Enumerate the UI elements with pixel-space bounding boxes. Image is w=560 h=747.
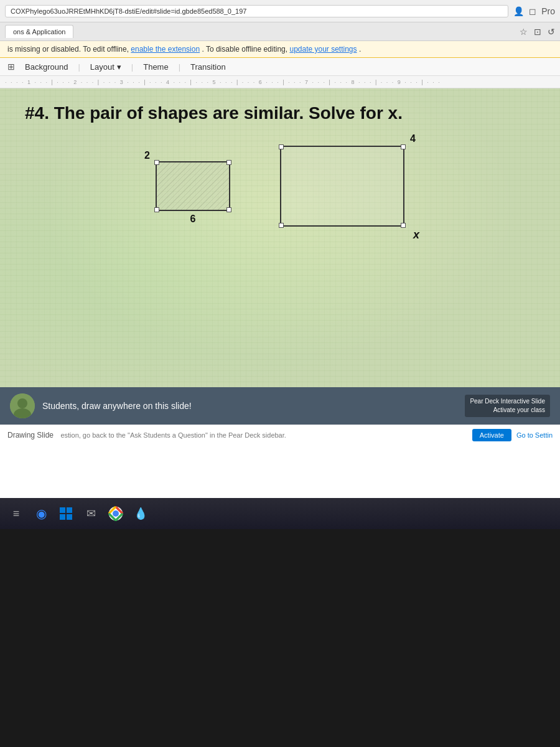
browser-icon-group: 👤 ◻ Pro bbox=[513, 6, 555, 16]
large-rect-body bbox=[280, 146, 404, 227]
svg-rect-3 bbox=[60, 507, 65, 513]
status-text-area: Drawing Slide estion, go back to the "As… bbox=[7, 431, 286, 439]
theme-label: Theme bbox=[143, 62, 168, 72]
background-label: Background bbox=[25, 62, 68, 72]
slides-toolbar: ⊞ Background | Layout ▾ | Theme | Transi… bbox=[0, 58, 560, 76]
active-tab[interactable]: ons & Application bbox=[5, 25, 73, 38]
handle-bottom-left bbox=[154, 207, 159, 212]
chrome-icon bbox=[108, 506, 123, 521]
layout-label: Layout bbox=[90, 62, 114, 72]
large-rectangle-shape: 4 x bbox=[280, 146, 404, 227]
windows-icon bbox=[59, 507, 73, 520]
user-avatar bbox=[10, 393, 35, 418]
label-large-width: 4 bbox=[410, 133, 416, 144]
taskbar-chrome[interactable] bbox=[105, 502, 127, 525]
profile-icon: 👤 bbox=[513, 6, 524, 16]
separator1: | bbox=[78, 62, 80, 72]
layout-button[interactable]: Layout ▾ bbox=[90, 62, 121, 72]
url-bar[interactable]: COXPhylego63uoJRREtMHhKD6jT8-dstiE/edit#… bbox=[5, 5, 508, 17]
handle-top-left bbox=[154, 160, 159, 165]
slide-title: #4. The pair of shapes are similar. Solv… bbox=[0, 88, 560, 133]
tab-bar: ons & Application ☆ ⊡ ↺ bbox=[0, 22, 560, 41]
pro-label: Pro bbox=[541, 6, 555, 16]
svg-point-1 bbox=[17, 398, 27, 408]
ruler-marks: · · · · 1 · · · | · · · 2 · · · | · · · … bbox=[5, 79, 441, 85]
browser-window: COXPhylego63uoJRREtMHhKD6jT8-dstiE/edit#… bbox=[0, 0, 560, 529]
status-bar: Drawing Slide estion, go back to the "As… bbox=[0, 425, 560, 445]
drawing-instruction: Students, draw anywhere on this slide! bbox=[42, 401, 457, 411]
warning-end: . bbox=[359, 45, 361, 54]
svg-rect-6 bbox=[67, 514, 72, 520]
keyboard-area bbox=[0, 529, 560, 747]
transition-label: Transition bbox=[190, 62, 226, 72]
drawing-panel: Students, draw anywhere on this slide! P… bbox=[0, 387, 560, 425]
handle-bottom-right bbox=[226, 207, 231, 212]
taskbar-start[interactable]: ≡ bbox=[5, 502, 27, 525]
transition-button[interactable]: Transition bbox=[190, 62, 226, 72]
shapes-container: 2 6 4 x bbox=[0, 133, 560, 239]
large-handle-top-right bbox=[401, 144, 406, 149]
theme-button[interactable]: Theme bbox=[143, 62, 168, 72]
enable-extension-link[interactable]: enable the extension bbox=[131, 45, 200, 54]
badge-line1: Pear Deck Interactive Slide bbox=[470, 397, 545, 406]
svg-rect-4 bbox=[67, 507, 72, 513]
activate-button[interactable]: Activate bbox=[472, 429, 511, 441]
svg-point-9 bbox=[113, 511, 118, 516]
label-small-width: 2 bbox=[144, 150, 150, 161]
svg-rect-5 bbox=[60, 514, 65, 520]
separator3: | bbox=[179, 62, 180, 72]
warning-text: is missing or disabled. To edit offline, bbox=[7, 45, 129, 54]
tab-label: ons & Application bbox=[13, 28, 65, 35]
handle-top-right bbox=[226, 160, 231, 165]
large-handle-bottom-left bbox=[279, 223, 284, 228]
label-large-height: x bbox=[413, 228, 419, 242]
small-rectangle-shape: 2 6 bbox=[156, 161, 230, 211]
tab-controls: ☆ ⊡ ↺ bbox=[520, 27, 555, 37]
background-button[interactable]: Background bbox=[25, 62, 68, 72]
avatar-image bbox=[10, 393, 35, 418]
pear-deck-badge: Pear Deck Interactive Slide Activate you… bbox=[465, 395, 550, 417]
refresh-icon[interactable]: ↺ bbox=[548, 27, 555, 37]
separator2: | bbox=[131, 62, 133, 72]
taskbar-windows[interactable] bbox=[55, 502, 77, 525]
warning-mid: . To disable offline editing, bbox=[202, 45, 287, 54]
star-icon[interactable]: ☆ bbox=[520, 27, 528, 37]
go-to-settings-label[interactable]: Go to Settin bbox=[516, 431, 553, 439]
offline-warning: is missing or disabled. To edit offline,… bbox=[0, 41, 560, 58]
browser-chrome: COXPhylego63uoJRREtMHhKD6jT8-dstiE/edit#… bbox=[0, 0, 560, 22]
label-small-height: 6 bbox=[190, 214, 196, 225]
activate-area: Activate Go to Settin bbox=[472, 429, 553, 441]
badge-line2: Activate your class bbox=[470, 406, 545, 415]
layout-dropdown-icon: ▾ bbox=[117, 62, 121, 72]
taskbar-app6[interactable]: 💧 bbox=[129, 502, 152, 525]
taskbar: ≡ ◉ ✉ 💧 bbox=[0, 498, 560, 529]
slide-canvas[interactable]: #4. The pair of shapes are similar. Solv… bbox=[0, 88, 560, 387]
taskbar-mail[interactable]: ✉ bbox=[80, 502, 102, 525]
small-rect-body bbox=[156, 161, 230, 211]
drawing-slide-label: Drawing Slide bbox=[7, 431, 54, 439]
large-handle-top-left bbox=[279, 144, 284, 149]
slides-icon: ⊞ bbox=[7, 62, 15, 72]
window-icon: ◻ bbox=[529, 6, 536, 16]
bookmark-icon[interactable]: ⊡ bbox=[534, 27, 541, 37]
laptop-body bbox=[0, 529, 560, 747]
ruler: · · · · 1 · · · | · · · 2 · · · | · · · … bbox=[0, 76, 560, 88]
large-handle-bottom-right bbox=[401, 223, 406, 228]
question-text: estion, go back to the "Ask Students a Q… bbox=[60, 431, 286, 439]
question-hint: estion, go back to the "Ask Students a Q… bbox=[60, 431, 286, 439]
update-settings-link[interactable]: update your settings bbox=[289, 45, 357, 54]
taskbar-edge[interactable]: ◉ bbox=[30, 502, 52, 525]
